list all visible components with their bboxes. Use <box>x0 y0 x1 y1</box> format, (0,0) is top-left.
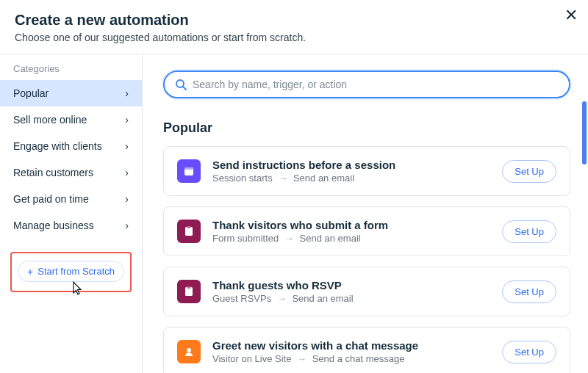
plus-icon: + <box>27 267 33 277</box>
card-subtitle: Guest RSVPs → Send an email <box>212 293 490 304</box>
sidebar-item-manage-business[interactable]: Manage business › <box>0 212 142 239</box>
setup-button[interactable]: Set Up <box>502 160 556 183</box>
section-heading: Popular <box>163 120 570 136</box>
arrow-right-icon: → <box>277 293 287 304</box>
search-icon <box>175 79 187 90</box>
sidebar-item-label: Popular <box>13 87 49 99</box>
page-subtitle: Choose one of our suggested automations … <box>15 32 573 43</box>
setup-button[interactable]: Set Up <box>502 280 556 303</box>
search-input[interactable] <box>193 79 559 90</box>
card-trigger: Guest RSVPs <box>212 293 271 304</box>
cursor-icon <box>69 280 84 297</box>
svg-rect-7 <box>187 286 191 289</box>
arrow-right-icon: → <box>297 353 306 364</box>
start-from-scratch-button[interactable]: + Start from Scratch <box>18 261 124 282</box>
card-subtitle: Form submitted → Send an email <box>212 233 490 244</box>
clipboard-icon <box>177 280 201 303</box>
automation-card: Greet new visitors with a chat message V… <box>163 327 570 373</box>
chevron-right-icon: › <box>125 220 129 231</box>
card-title: Thank guests who RSVP <box>212 279 490 291</box>
start-from-scratch-highlight: + Start from Scratch <box>10 252 132 292</box>
chevron-right-icon: › <box>125 167 129 178</box>
svg-point-8 <box>187 348 191 352</box>
start-from-scratch-label: Start from Scratch <box>37 266 115 277</box>
card-action: Send a chat message <box>312 353 405 364</box>
setup-button[interactable]: Set Up <box>502 220 556 243</box>
card-trigger: Visitor on Live Site <box>212 353 291 364</box>
chevron-right-icon: › <box>125 87 129 99</box>
categories-heading: Categories <box>0 63 142 80</box>
card-title: Thank visitors who submit a form <box>212 219 490 231</box>
sidebar-item-retain-customers[interactable]: Retain customers › <box>0 159 142 186</box>
page-title: Create a new automation <box>15 12 573 29</box>
chevron-right-icon: › <box>125 140 129 152</box>
card-action: Send an email <box>300 233 361 244</box>
svg-line-1 <box>183 87 186 90</box>
chat-icon <box>177 340 201 363</box>
card-action: Send an email <box>293 173 354 184</box>
sidebar-item-get-paid-on-time[interactable]: Get paid on time › <box>0 186 142 212</box>
card-subtitle: Visitor on Live Site → Send a chat messa… <box>212 353 490 364</box>
sidebar-item-label: Sell more online <box>13 114 87 126</box>
card-subtitle: Session starts → Send an email <box>212 173 490 184</box>
automation-card: Thank visitors who submit a form Form su… <box>163 206 570 256</box>
sidebar-item-popular[interactable]: Popular › <box>0 80 142 106</box>
card-body: Greet new visitors with a chat message V… <box>212 339 490 364</box>
sidebar: Categories Popular › Sell more online › … <box>0 54 143 373</box>
card-title: Greet new visitors with a chat message <box>212 339 490 352</box>
svg-rect-3 <box>184 167 193 170</box>
automation-card: Send instructions before a session Sessi… <box>163 146 570 196</box>
card-title: Send instructions before a session <box>212 159 490 171</box>
arrow-right-icon: → <box>284 233 294 244</box>
sidebar-item-label: Engage with clients <box>13 140 102 152</box>
card-body: Thank guests who RSVP Guest RSVPs → Send… <box>212 279 490 304</box>
clipboard-icon <box>177 220 201 243</box>
sidebar-item-label: Manage business <box>13 220 94 231</box>
sidebar-item-label: Retain customers <box>13 167 93 178</box>
automation-card: Thank guests who RSVP Guest RSVPs → Send… <box>163 267 570 316</box>
card-body: Thank visitors who submit a form Form su… <box>212 219 490 244</box>
chevron-right-icon: › <box>125 114 129 126</box>
svg-rect-5 <box>187 226 191 228</box>
card-trigger: Form submitted <box>212 233 279 244</box>
card-body: Send instructions before a session Sessi… <box>212 159 490 184</box>
calendar-icon <box>177 159 201 183</box>
content-area: Categories Popular › Sell more online › … <box>0 54 588 373</box>
chevron-right-icon: › <box>125 193 129 205</box>
search-field[interactable] <box>163 70 570 98</box>
main-panel: Popular Send instructions before a sessi… <box>143 54 588 373</box>
dialog-header: Create a new automation Choose one of ou… <box>0 0 588 54</box>
scrollbar-thumb[interactable] <box>582 101 587 164</box>
sidebar-item-sell-more-online[interactable]: Sell more online › <box>0 106 142 133</box>
card-action: Send an email <box>292 293 353 304</box>
arrow-right-icon: → <box>278 173 287 184</box>
close-icon[interactable]: ✕ <box>564 7 578 23</box>
setup-button[interactable]: Set Up <box>502 341 556 363</box>
card-trigger: Session starts <box>212 173 273 184</box>
sidebar-item-engage-with-clients[interactable]: Engage with clients › <box>0 133 142 159</box>
sidebar-item-label: Get paid on time <box>13 193 89 205</box>
